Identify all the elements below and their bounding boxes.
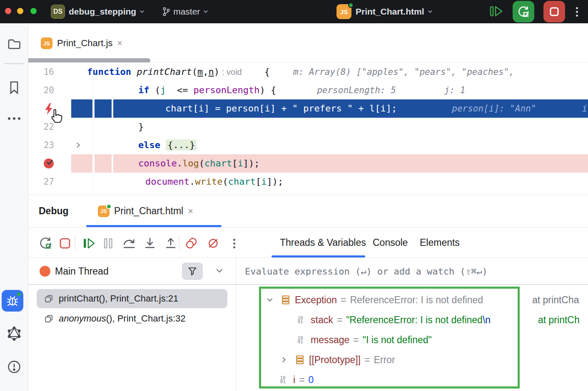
thread-status-dot [40,266,50,277]
branch-selector[interactable]: master [162,7,209,17]
variable-row-exception[interactable]: Exception = ReferenceError: I is not def… [236,290,588,310]
code-line[interactable]: function printChart(m,n): void{m: Array(… [71,63,588,81]
variable-row-stack[interactable]: 1001 stack = "ReferenceError: I is not d… [236,310,588,330]
primitive-value-icon: 1001 [294,316,306,324]
resume-button[interactable] [489,5,503,19]
mute-breakpoints-button[interactable] [205,235,222,252]
close-window-button[interactable] [5,8,11,14]
view-breakpoints-button[interactable] [183,235,200,252]
variable-name: stack [311,314,333,326]
tab-elements[interactable]: Elements [420,228,460,257]
variable-row-prototype[interactable]: [[Prototype]] = Error [236,350,588,370]
step-out-button[interactable] [162,235,179,252]
close-icon[interactable]: × [117,39,122,48]
frame-label: printChart(), Print_Chart.js:21 [59,293,178,304]
code-line[interactable]: chart[i] = person[i] + " prefers " + l[i… [71,99,588,118]
project-selector[interactable]: debug_stepping [69,7,145,17]
variable-row-i[interactable]: 1001 i = 0 [236,370,588,390]
variable-value: Error [374,354,395,366]
graphql-tool-button[interactable] [0,327,28,341]
equals-sign: = [353,334,359,346]
chevron-down-icon [139,9,145,15]
pause-program-button[interactable] [100,235,117,252]
thread-name: Main Thread [55,258,109,285]
code-line[interactable]: document.write(chart[i]); [71,173,588,191]
toolbar-more-button[interactable] [226,235,242,252]
tab-console[interactable]: Console [373,228,408,257]
stop-icon [58,237,72,250]
step-into-button[interactable] [142,235,158,252]
resume-icon [82,237,96,250]
stack-continuation: at printCh [538,314,580,326]
more-options-button[interactable] [574,5,580,18]
primitive-value-icon: 1001 [294,336,306,344]
thread-selector-row[interactable]: Main Thread [28,258,236,285]
line-number: 23 [28,136,54,154]
code-line[interactable]: if (j <= personLength) {personLength: 5j… [71,81,588,99]
toolbar-separator [179,235,179,250]
object-icon [295,355,305,365]
object-icon [281,295,291,305]
variable-value: 0 [309,374,314,386]
stop-icon [548,5,561,18]
breakpoint-verified-icon[interactable] [43,158,55,169]
close-icon[interactable]: × [188,207,193,216]
fullscreen-window-button[interactable] [30,8,37,14]
stack-frame-icon [44,314,53,323]
variable-name: message [311,334,349,346]
more-tool-windows-button[interactable] [0,117,28,120]
chevron-right-icon[interactable] [279,356,289,364]
rerun-debug-button[interactable] [513,1,534,22]
chevron-down-icon [203,9,209,15]
project-tool-button[interactable] [0,37,28,51]
chevron-down-icon[interactable] [265,296,275,304]
editor-tab[interactable]: JS Print_Chart.js × [41,32,122,55]
tab-threads-variables[interactable]: Threads & Variables [280,228,366,257]
ide-window: DS debug_stepping master JS Print_Chart.… [0,0,588,391]
stripe-divider [5,63,24,64]
code-line[interactable]: } [71,118,588,136]
bookmark-icon [8,80,20,95]
equals-sign: = [299,374,304,386]
evaluate-expression-input[interactable]: Evaluate expression (↵) or add a watch (… [236,258,588,285]
debug-session-tab[interactable]: JS Print_Chart.html × [98,195,193,227]
equals-sign: = [341,294,346,306]
code-line[interactable]: console.log(chart[i]); [71,154,588,173]
run-config-selector[interactable]: Print_Chart.html [356,7,433,17]
ellipsis-icon [8,117,20,120]
title-bar: DS debug_stepping master JS Print_Chart.… [0,0,588,23]
escape-sequence: \n [483,314,491,326]
step-over-button[interactable] [121,235,137,252]
stack-frame-row[interactable]: anonymous(), Print_Chart.js:32 [37,309,227,328]
code-row-20: 20 if (j <= personLength) {personLength:… [28,81,588,99]
resume-program-button[interactable] [81,235,97,252]
stack-frame-row[interactable]: printChart(), Print_Chart.js:21 [37,289,227,308]
run-config-js-icon: JS [336,4,351,19]
code-row-22: 22 } [28,118,588,136]
running-indicator-dot [348,2,354,8]
step-over-icon [122,237,136,250]
thread-dropdown-chevron[interactable] [215,266,224,277]
code-line[interactable]: else {...} [71,136,588,154]
problems-icon [7,360,21,374]
debug-running-dot [16,292,22,297]
line-number: 20 [28,81,54,99]
filter-frames-button[interactable] [182,262,203,280]
hand-cursor-icon [49,109,64,124]
git-branch-icon [162,7,170,17]
tool-window-stripe [0,23,28,391]
problems-tool-button[interactable] [0,360,28,374]
rerun-button[interactable] [37,235,54,252]
minimize-window-button[interactable] [17,8,23,14]
debug-tool-button[interactable] [2,290,23,312]
resume-icon [489,5,503,17]
stop-button[interactable] [543,1,565,22]
code-row-27: 27 document.write(chart[i]); [28,173,588,191]
bookmarks-tool-button[interactable] [0,80,28,95]
stop-button[interactable] [57,235,73,252]
variable-value: "ReferenceError: I is not defined [346,314,483,326]
code-area: 16 function printChart(m,n): void{m: Arr… [28,63,588,195]
project-icon: DS [51,5,65,19]
debug-tool-window: Debug JS Print_Chart.html × [28,195,588,391]
variable-row-message[interactable]: 1001 message = "I is not defined" [236,330,588,350]
